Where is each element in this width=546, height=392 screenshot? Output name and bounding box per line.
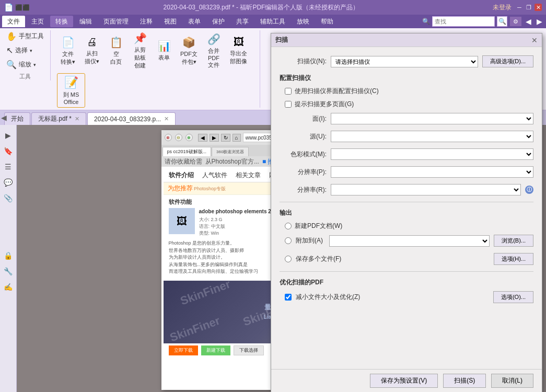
- menu-form[interactable]: 表单: [183, 16, 206, 27]
- menu-present[interactable]: 放映: [292, 16, 315, 27]
- new-download-btn[interactable]: 新建下载: [201, 345, 230, 355]
- scan-dialog[interactable]: 扫描 ✕ 扫描仪(N): 请选择扫描仪 高级选项(D)... 配置扫描仪 使用扫…: [271, 33, 542, 392]
- menu-protect[interactable]: 保护: [207, 16, 230, 27]
- pdf-package-button[interactable]: 📦 PDF文件包▾: [177, 30, 201, 71]
- restore-button[interactable]: ❐: [525, 4, 532, 11]
- settings-button[interactable]: ⚙: [509, 16, 522, 27]
- more-pages-label: 提示扫描更多页面(G): [295, 100, 354, 109]
- dialog-body: 扫描仪(N): 请选择扫描仪 高级选项(D)... 配置扫描仪 使用扫描仪界面配…: [271, 47, 542, 369]
- tab-current-close[interactable]: ✕: [164, 116, 169, 122]
- source-select[interactable]: [331, 131, 533, 142]
- select-tool-button[interactable]: ↖ 选择 ▾: [4, 44, 46, 56]
- pdf-package-icon: 📦: [182, 36, 195, 49]
- options-h-button[interactable]: 选项(H)...: [494, 253, 533, 265]
- menu-home[interactable]: 主页: [26, 16, 49, 27]
- dialog-close-button[interactable]: ✕: [531, 36, 538, 44]
- forward-button[interactable]: ▶: [535, 17, 544, 26]
- download-select-btn[interactable]: 下载选择: [234, 345, 264, 355]
- append-radio[interactable]: [285, 237, 292, 244]
- blank-page-button[interactable]: 📋 空白页: [105, 30, 127, 71]
- minimize-button[interactable]: ─: [516, 4, 523, 11]
- append-to-row: 附加到(A) 浏览(B)...: [280, 235, 533, 247]
- search-submit-button[interactable]: 🔍: [497, 16, 507, 27]
- side-select[interactable]: [331, 113, 533, 124]
- scan-button[interactable]: 🖨 从扫描仪▾: [81, 30, 103, 71]
- search-input[interactable]: [432, 16, 495, 27]
- sidebar-nav-icon[interactable]: ▶: [2, 129, 15, 142]
- menu-help[interactable]: 帮助: [316, 16, 339, 27]
- sidebar-layers-icon[interactable]: ☰: [2, 160, 15, 173]
- cancel-button[interactable]: 取消(L): [491, 374, 533, 388]
- resolution-r-row: 分辨率(R): ⓘ: [280, 184, 533, 195]
- menu-annotate[interactable]: 注释: [135, 16, 158, 27]
- menu-page-manage[interactable]: 页面管理: [98, 16, 134, 27]
- download-now-btn[interactable]: 立即下载: [169, 345, 198, 355]
- ms-office-button[interactable]: 📝 到 MSOffice: [57, 73, 85, 108]
- use-ui-label: 使用扫描仪界面配置扫描仪(C): [295, 87, 379, 96]
- reduce-size-label: 减小文件大小及优化(Z): [296, 293, 360, 302]
- browser-tab-2[interactable]: 360极速浏览器: [212, 147, 249, 156]
- watermark-3: SkinFiner: [168, 314, 222, 343]
- merge-button[interactable]: 🔗 合并PDF文件: [203, 30, 225, 71]
- merge-icon: 🔗: [207, 33, 220, 45]
- tab-untitled-close[interactable]: ✕: [75, 116, 79, 122]
- resolution-p-select[interactable]: [331, 166, 533, 178]
- tab-nav-left[interactable]: ◀: [1, 113, 7, 122]
- tab-untitled[interactable]: 无标题.pdf * ✕: [31, 112, 86, 125]
- color-mode-select[interactable]: [331, 148, 533, 160]
- search-icon[interactable]: 🔍: [422, 18, 430, 25]
- form-icon: 📊: [158, 40, 171, 52]
- menu-share[interactable]: 共享: [231, 16, 254, 27]
- browser-forward-btn[interactable]: ▶: [210, 134, 219, 142]
- clipboard-label: 从剪贴板创建: [134, 46, 146, 70]
- reduce-size-checkbox[interactable]: [285, 294, 292, 301]
- configure-section-title: 配置扫描仪: [280, 74, 533, 83]
- sidebar-attach-icon[interactable]: 📎: [2, 192, 15, 204]
- sidebar-tools-icon[interactable]: 🔧: [2, 265, 15, 278]
- export-images-button[interactable]: 🖼 导出全部图像: [227, 30, 250, 71]
- scanner-select[interactable]: 请选择扫描仪: [331, 56, 478, 67]
- back-button[interactable]: ◀: [524, 17, 533, 26]
- new-pdf-radio[interactable]: [285, 223, 292, 229]
- resolution-r-select[interactable]: [331, 184, 521, 195]
- side-label: 面(I):: [280, 114, 327, 123]
- new-pdf-row: 新建PDF文档(W): [285, 222, 533, 230]
- browser-tab-1[interactable]: ps cc2019破解版...: [162, 147, 212, 156]
- menu-view[interactable]: 视图: [159, 16, 182, 27]
- menu-edit[interactable]: 编辑: [74, 16, 97, 27]
- browser-refresh-btn[interactable]: ↻: [221, 134, 230, 142]
- tab-current[interactable]: 2020-04-03_083239.p... ✕: [87, 112, 176, 125]
- save-multiple-radio[interactable]: [285, 256, 292, 262]
- sidebar-bookmark-icon[interactable]: 🔖: [2, 145, 15, 157]
- scan-button[interactable]: 扫描(S): [443, 374, 486, 388]
- watermark-1: SkinFiner: [178, 281, 232, 308]
- tab-start[interactable]: 开始: [4, 112, 30, 125]
- use-ui-checkbox[interactable]: [285, 88, 292, 95]
- tool-group: ✋ 手型工具 ↖ 选择 ▾ 🔍 缩放 ▾ 工具: [4, 30, 51, 80]
- advanced-options-button[interactable]: 高级选项(D)...: [482, 55, 533, 67]
- scan-icon: 🖨: [87, 36, 97, 48]
- sidebar-comment-icon[interactable]: 💬: [2, 176, 15, 189]
- hand-tool-label: 手型工具: [19, 32, 44, 41]
- divider-2: [280, 271, 533, 272]
- pdf-package-label: PDF文件包▾: [180, 50, 198, 66]
- zoom-tool-button[interactable]: 🔍 缩放 ▾: [4, 59, 46, 71]
- menu-tools[interactable]: 辅助工具: [255, 16, 291, 27]
- clipboard-button[interactable]: 📌 从剪贴板创建: [129, 30, 151, 71]
- file-convert-button[interactable]: 📄 文件转换▾: [57, 30, 79, 71]
- form-button[interactable]: 📊 表单: [153, 30, 175, 71]
- menu-convert[interactable]: 转换: [50, 16, 73, 27]
- output-section-title: 输出: [280, 209, 533, 217]
- browser-home-btn[interactable]: ⌂: [233, 134, 241, 142]
- browser-back-btn[interactable]: ◀: [198, 134, 207, 142]
- optimize-options-button[interactable]: 选项(O)...: [493, 291, 533, 303]
- browse-button[interactable]: 浏览(B)...: [494, 235, 533, 247]
- sidebar-lock-icon[interactable]: 🔒: [2, 249, 15, 262]
- save-preset-button[interactable]: 保存为预设置(V): [370, 374, 438, 388]
- sidebar-sign-icon[interactable]: ✍: [2, 281, 15, 293]
- hand-tool-button[interactable]: ✋ 手型工具: [4, 30, 46, 42]
- close-button[interactable]: ✕: [535, 4, 542, 11]
- more-pages-checkbox[interactable]: [285, 101, 292, 108]
- menu-file[interactable]: 文件: [2, 16, 25, 27]
- append-select[interactable]: [329, 235, 490, 247]
